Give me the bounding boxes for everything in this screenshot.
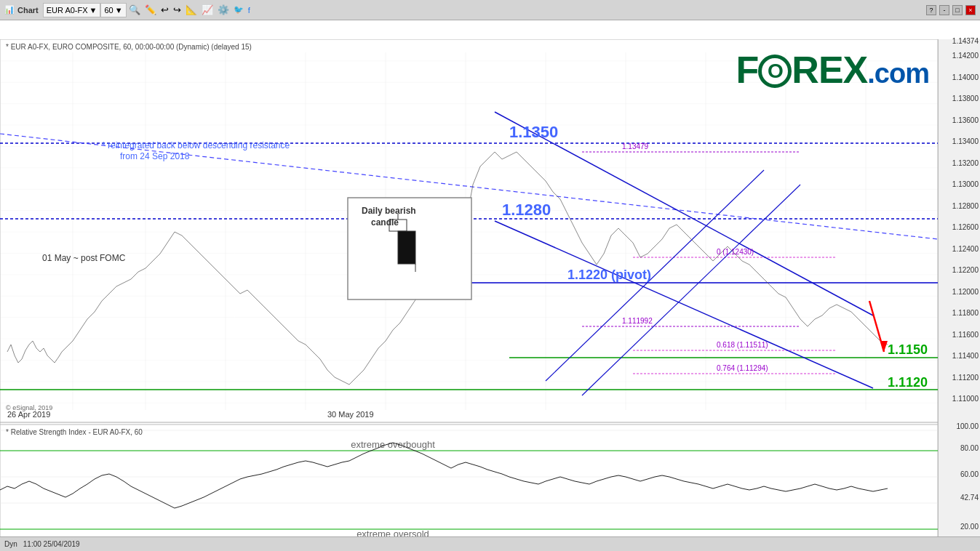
svg-text:from 24 Sep 2018: from 24 Sep 2018 [120, 151, 190, 161]
main-chart-svg: * reintegrated back below descending res… [0, 39, 938, 425]
svg-text:01 May ~ post FOMC: 01 May ~ post FOMC [42, 253, 126, 263]
svg-text:1.1150: 1.1150 [888, 342, 928, 357]
toolbar-icon-7[interactable]: ⚙️ [215, 4, 231, 15]
price-14000: 1.14000 [952, 73, 979, 81]
close-button[interactable]: × [965, 5, 976, 15]
toolbar-icon-3[interactable]: ↩ [159, 4, 171, 15]
price-12200: 1.12200 [952, 266, 979, 274]
titlebar: 📊 Chart EUR A0-FX ▼ 60 ▼ 🔍 ✏️ ↩ ↪ 📐 📈 ⚙️… [0, 0, 980, 20]
toolbar-icon-6[interactable]: 📈 [199, 4, 215, 15]
rsi-100: 100.00 [956, 422, 979, 430]
price-14374: 1.14374 [952, 37, 979, 45]
rsi-20: 20.00 [960, 523, 979, 531]
svg-text:1.1120: 1.1120 [888, 375, 928, 390]
price-11400: 1.11400 [952, 352, 979, 360]
price-13400: 1.13400 [952, 137, 979, 145]
interval-selector[interactable]: 60 ▼ [100, 3, 126, 17]
svg-text:0.618 (1.11511): 0.618 (1.11511) [717, 341, 768, 349]
price-12000: 1.12000 [952, 288, 979, 296]
svg-text:Daily bearish: Daily bearish [362, 206, 416, 216]
price-13600: 1.13600 [952, 116, 979, 124]
rsi-scale: 100.00 80.00 60.00 42.74 20.00 0.00 [938, 425, 980, 551]
toolbar-icon-5[interactable]: 📐 [183, 4, 199, 15]
bottom-bar: Dyn 11:00 25/04/2019 [0, 536, 980, 551]
price-13800: 1.13800 [952, 94, 979, 102]
svg-text:1.111992: 1.111992 [622, 317, 653, 325]
svg-text:0.764 (1.11294): 0.764 (1.11294) [717, 364, 768, 372]
rsi-60: 60.00 [960, 470, 979, 478]
symbol-selector[interactable]: EUR A0-FX ▼ [43, 3, 101, 17]
svg-text:30 May 2019: 30 May 2019 [327, 410, 374, 419]
price-12600: 1.12600 [952, 223, 979, 231]
svg-text:© eSignal, 2019: © eSignal, 2019 [6, 404, 52, 411]
chart-mode: Dyn [4, 540, 17, 548]
svg-text:1.1220 (pivot): 1.1220 (pivot) [567, 268, 651, 282]
price-11200: 1.11200 [952, 374, 979, 382]
twitter-icon[interactable]: 🐦 [231, 5, 246, 15]
minimize-button[interactable]: - [939, 5, 949, 15]
price-13200: 1.13200 [952, 159, 979, 167]
svg-text:extreme overbought: extreme overbought [351, 439, 435, 450]
titlebar-title: Chart [17, 6, 39, 15]
help-button[interactable]: ? [926, 5, 936, 15]
svg-text:1.13479: 1.13479 [622, 142, 649, 150]
chart-time: 11:00 25/04/2019 [23, 540, 80, 548]
toolbar-icon-2[interactable]: ✏️ [143, 4, 159, 15]
price-13000: 1.13000 [952, 180, 979, 188]
chart-header-text: * EUR A0-FX, EURO COMPOSITE, 60, 00:00-0… [6, 43, 252, 51]
price-12800: 1.12800 [952, 202, 979, 210]
chart-header: * EUR A0-FX, EURO COMPOSITE, 60, 00:00-0… [6, 42, 252, 51]
price-14200: 1.14200 [952, 52, 979, 60]
price-11800: 1.11800 [952, 309, 979, 317]
price-11000: 1.11000 [952, 395, 979, 403]
toolbar-icon-4[interactable]: ↪ [171, 4, 183, 15]
rsi-chart-svg: extreme overbought extreme oversold * Re… [0, 425, 938, 551]
svg-text:1.1280: 1.1280 [502, 201, 551, 219]
price-12400: 1.12400 [952, 245, 979, 253]
svg-text:* Relative Strength Index - EU: * Relative Strength Index - EUR A0-FX, 6… [6, 428, 143, 436]
chart-container: * EUR A0-FX, EURO COMPOSITE, 60, 00:00-0… [0, 39, 980, 551]
facebook-icon[interactable]: f [246, 6, 252, 15]
rsi-4274: 42.74 [960, 494, 979, 502]
price-11600: 1.11600 [952, 331, 979, 339]
svg-rect-55 [0, 425, 938, 551]
svg-text:* reintegrated back below desc: * reintegrated back below descending res… [102, 140, 290, 150]
toolbar-icon-1[interactable]: 🔍 [127, 4, 143, 15]
rsi-80: 80.00 [960, 444, 979, 452]
forex-logo: FOREX.com [736, 48, 929, 92]
price-scale: 1.14374 1.14200 1.14000 1.13800 1.13600 … [938, 39, 980, 425]
svg-text:0 (1.12430): 0 (1.12430) [717, 248, 754, 256]
maximize-button[interactable]: □ [952, 5, 963, 15]
svg-text:candle: candle [371, 217, 399, 228]
svg-text:1.1350: 1.1350 [509, 123, 558, 141]
svg-rect-33 [398, 231, 415, 264]
chart-icon-small: 📊 [4, 5, 15, 15]
